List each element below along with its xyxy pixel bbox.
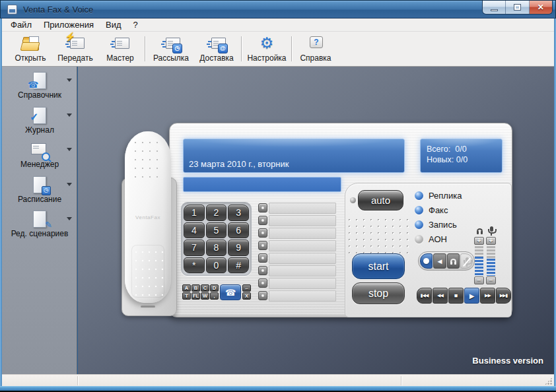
speed-dial-button-8[interactable] <box>258 291 267 300</box>
key-W[interactable]: W <box>201 292 209 300</box>
toolbar-separator <box>145 36 145 61</box>
key-hash[interactable]: # <box>228 257 249 274</box>
key-T[interactable]: T <box>182 292 191 300</box>
key-8[interactable]: 8 <box>206 240 227 256</box>
maximize-button[interactable] <box>506 1 529 14</box>
mic-mute-toggle[interactable] <box>460 253 473 269</box>
mic-volume-up-button[interactable]: + <box>486 237 496 245</box>
close-icon: ✕ <box>538 3 544 11</box>
chevron-down-icon[interactable] <box>67 114 72 117</box>
auto-button[interactable]: auto <box>358 190 403 211</box>
send-envelope-icon: ⚡ <box>65 34 85 52</box>
led-on-icon <box>415 220 423 229</box>
key-D[interactable]: D <box>210 284 219 292</box>
key-comma[interactable]: , <box>210 292 219 300</box>
clear-key[interactable]: X <box>242 292 251 300</box>
wizard-button[interactable]: Мастер <box>98 34 142 65</box>
speed-dial-slot-6[interactable] <box>269 265 336 277</box>
minimize-button[interactable] <box>483 1 506 14</box>
speed-dial-button-7[interactable] <box>258 278 267 288</box>
menu-view[interactable]: Вид <box>100 18 127 31</box>
speed-dial-slot-1[interactable] <box>269 203 336 214</box>
sidebar-item-script-editor[interactable]: ✎ Ред. сценариев <box>2 209 77 242</box>
delivery-button[interactable]: @ Доставка <box>194 34 239 65</box>
toolbar: Открыть ⚡ Передать Мастер ◷ Рассылка @ Д… <box>2 32 554 67</box>
key-star[interactable]: * <box>184 257 205 274</box>
title-bar[interactable]: Venta Fax & Voice ✕ <box>1 1 555 18</box>
key-0[interactable]: 0 <box>206 257 227 274</box>
fast-forward-button[interactable]: ▶▶ <box>480 288 495 304</box>
stop-playback-button[interactable]: ■ <box>448 288 464 304</box>
open-button[interactable]: Открыть <box>9 34 52 65</box>
dial-phone-button[interactable]: ☎ <box>220 284 241 300</box>
help-button[interactable]: ? Справка <box>295 34 337 65</box>
key-1[interactable]: 1 <box>184 205 205 221</box>
settings-button[interactable]: ⚙ Настройка <box>244 34 289 65</box>
speed-dial-slot-4[interactable] <box>269 240 336 251</box>
handset-speaker-holes <box>134 141 164 178</box>
key-7[interactable]: 7 <box>184 240 205 256</box>
key-2[interactable]: 2 <box>206 205 227 221</box>
speed-dial-button-1[interactable] <box>258 203 267 212</box>
speed-dial-button-5[interactable] <box>258 253 267 263</box>
mode-record[interactable]: Запись <box>415 219 457 230</box>
mode-fax[interactable]: Факс <box>415 205 448 215</box>
speed-dial-button-3[interactable] <box>258 228 267 238</box>
chevron-down-icon[interactable] <box>67 183 72 186</box>
menu-help[interactable]: ? <box>127 18 144 31</box>
script-editor-label: Ред. сценариев <box>2 229 77 238</box>
speaker-toggle[interactable]: ◀ <box>433 253 446 269</box>
key-A[interactable]: A <box>182 284 191 292</box>
key-3[interactable]: 3 <box>228 205 249 221</box>
speed-dial-slot-8[interactable] <box>269 290 336 302</box>
sidebar-item-schedule[interactable]: ◷ Расписание <box>2 174 77 207</box>
key-9[interactable]: 9 <box>228 240 249 256</box>
speed-dial-button-6[interactable] <box>258 266 267 275</box>
backspace-key[interactable]: ← <box>242 284 251 292</box>
speed-dial-button-2[interactable] <box>258 216 267 225</box>
speed-dial-slot-5[interactable] <box>269 253 336 264</box>
cradle-notch <box>141 306 155 308</box>
mic-volume-slider[interactable] <box>487 246 495 276</box>
broadcast-button[interactable]: ◷ Рассылка <box>149 34 193 65</box>
menu-applications[interactable]: Приложения <box>38 18 100 31</box>
close-button[interactable]: ✕ <box>530 1 552 14</box>
key-B[interactable]: B <box>191 284 200 292</box>
chevron-down-icon[interactable] <box>67 79 72 82</box>
speaker-volume-up-button[interactable]: + <box>474 237 484 245</box>
rewind-button[interactable]: ◀◀ <box>433 288 448 304</box>
send-button[interactable]: ⚡ Передать <box>53 34 97 65</box>
mic-volume-down-button[interactable]: − <box>486 277 496 284</box>
key-6[interactable]: 6 <box>228 222 249 239</box>
sidebar-item-manager[interactable]: Менеджер <box>2 139 77 172</box>
speed-dial-button-4[interactable] <box>258 241 267 250</box>
key-4[interactable]: 4 <box>184 222 205 239</box>
speed-dial-slot-7[interactable] <box>269 278 336 289</box>
skip-end-button[interactable]: ▶▶▮ <box>496 288 511 304</box>
mode-callerid[interactable]: АОН <box>415 234 447 244</box>
headset-toggle[interactable] <box>447 253 460 269</box>
menu-file[interactable]: Файл <box>5 18 38 31</box>
handset[interactable]: VentaFax <box>125 131 171 303</box>
record-toggle[interactable] <box>420 253 433 269</box>
counter-display: Всего: 0/0 Новых: 0/0 <box>420 139 503 173</box>
speaker-volume-down-button[interactable]: − <box>474 277 484 284</box>
speed-dial-slot-2[interactable] <box>269 215 336 226</box>
speed-dial-slot-3[interactable] <box>269 228 336 239</box>
resize-grip[interactable] <box>545 377 552 385</box>
start-button[interactable]: start <box>352 253 405 279</box>
chevron-down-icon[interactable] <box>67 217 72 220</box>
key-C[interactable]: C <box>201 284 209 292</box>
speaker-volume-slider[interactable] <box>475 246 483 276</box>
sidebar-item-journal[interactable]: ✓ Журнал <box>2 105 77 138</box>
key-FL[interactable]: FL <box>191 292 200 300</box>
phonebook-icon: ☎ <box>30 71 50 90</box>
sidebar-item-phonebook[interactable]: ☎ Справочник <box>2 70 77 103</box>
mode-replica[interactable]: Реплика <box>415 190 462 201</box>
key-5[interactable]: 5 <box>206 222 227 239</box>
chevron-down-icon[interactable] <box>67 148 72 151</box>
stop-button[interactable]: stop <box>352 282 405 304</box>
play-button[interactable]: ▶ <box>464 288 479 304</box>
record-icon <box>423 258 429 264</box>
skip-start-button[interactable]: ▮◀◀ <box>417 288 432 304</box>
